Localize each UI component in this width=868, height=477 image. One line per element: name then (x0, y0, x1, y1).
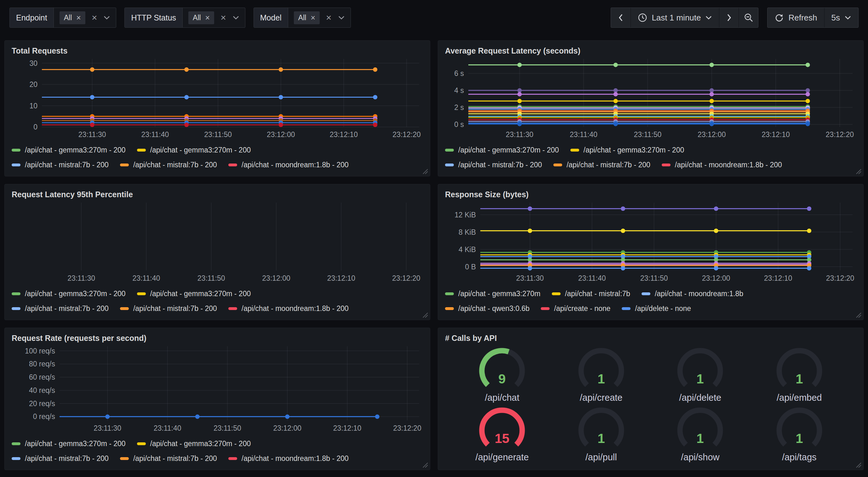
remove-value-icon[interactable]: × (76, 14, 81, 22)
legend-row: /api/chat - mistral:7b - 200/api/chat - … (12, 454, 423, 463)
time-controls: Last 1 minute Refresh (611, 7, 859, 28)
legend-color-chip (120, 307, 129, 310)
legend-item[interactable]: /api/chat - moondream:1.8b - 200 (228, 304, 349, 313)
filter-selected-value: All (64, 13, 72, 22)
gauge-arc: 9 (472, 346, 532, 392)
panel-resize-handle[interactable] (855, 168, 862, 175)
legend-item[interactable]: /api/create - none (541, 304, 610, 313)
legend-label: /api/chat - gemma3:270m - 200 (584, 146, 684, 154)
legend-item[interactable]: /api/chat - moondream:1.8b - 200 (228, 161, 349, 169)
chevron-down-icon[interactable] (232, 16, 239, 20)
clear-filter-icon[interactable]: × (326, 13, 332, 22)
legend-label: /api/chat - mistral:7b - 200 (25, 304, 108, 313)
filter-selected-chip[interactable]: All × (60, 11, 85, 24)
y-axis-tick-label: 2 s (454, 103, 464, 112)
y-axis-tick-label: 0 req/s (33, 412, 55, 421)
panel-resize-handle[interactable] (422, 168, 428, 175)
legend-item[interactable]: /api/chat - gemma3:270m - 200 (12, 290, 126, 298)
panel-resize-handle[interactable] (855, 461, 862, 468)
panel-resize-handle[interactable] (422, 461, 428, 468)
filter-value-box[interactable]: All × × (288, 8, 350, 27)
legend-item[interactable]: /api/delete - none (622, 304, 691, 313)
gauge-label: /api/embed (777, 392, 822, 403)
zoom-out-button[interactable] (739, 8, 758, 27)
refresh-interval-value: 5s (832, 13, 840, 23)
refresh-interval-picker[interactable]: 5s (824, 8, 858, 27)
legend-item[interactable]: /api/chat - mistral:7b - 200 (553, 161, 650, 169)
x-axis-tick-label: 23:11:50 (197, 274, 225, 282)
clear-filter-icon[interactable]: × (92, 13, 97, 22)
chart-svg: 010203023:11:3023:11:4023:11:5023:12:002… (12, 56, 423, 140)
gauge-arc: 1 (769, 346, 829, 392)
gauge-value: 1 (796, 431, 803, 446)
x-axis-tick-label: 23:12:10 (762, 130, 790, 139)
legend-item[interactable]: /api/chat - gemma3:270m - 200 (137, 146, 251, 154)
filter-value-box[interactable]: All × × (183, 8, 245, 27)
legend-color-chip (228, 457, 237, 460)
remove-value-icon[interactable]: × (311, 14, 315, 22)
legend-item[interactable]: /api/chat - mistral:7b (552, 290, 630, 298)
legend-item[interactable]: /api/chat - qwen3:0.6b (445, 304, 529, 313)
chevron-left-icon (618, 13, 623, 22)
x-axis-tick-label: 23:11:50 (634, 130, 661, 139)
time-range-picker-button[interactable]: Last 1 minute (630, 8, 719, 27)
legend-item[interactable]: /api/chat - gemma3:270m - 200 (12, 440, 126, 448)
legend-item[interactable]: /api/chat - moondream:1.8b - 200 (228, 454, 349, 463)
remove-value-icon[interactable]: × (205, 14, 210, 22)
gauge-api-create: 1/api/create (552, 345, 651, 405)
filter-selected-chip[interactable]: All × (188, 11, 214, 24)
zoom-out-icon (744, 13, 753, 22)
legend-item[interactable]: /api/chat - gemma3:270m - 200 (445, 146, 559, 154)
filter-selected-chip[interactable]: All × (294, 11, 320, 24)
x-axis-tick-label: 23:12:00 (273, 424, 302, 432)
x-axis-tick-label: 23:12:10 (327, 274, 355, 282)
plot-area: 010203023:11:3023:11:4023:11:5023:12:002… (12, 56, 423, 140)
legend-color-chip (137, 149, 146, 152)
legend-item[interactable]: /api/chat - gemma3:270m - 200 (137, 440, 251, 448)
legend-item[interactable]: /api/chat - gemma3:270m - 200 (570, 146, 684, 154)
plot-area: 23:11:3023:11:4023:11:5023:12:0023:12:10… (12, 200, 423, 283)
legend-item[interactable]: /api/chat - mistral:7b - 200 (12, 161, 108, 169)
panel-resize-handle[interactable] (855, 311, 862, 318)
legend-item[interactable]: /api/chat - mistral:7b - 200 (12, 454, 108, 463)
x-axis-tick-label: 23:11:40 (578, 274, 606, 282)
filter-value-box[interactable]: All × × (54, 8, 116, 27)
chart-legend: /api/chat - gemma3:270m - 200/api/chat -… (12, 283, 423, 315)
clear-filter-icon[interactable]: × (220, 13, 226, 22)
time-shift-back-button[interactable] (611, 8, 630, 27)
legend-item[interactable]: /api/chat - gemma3:270m - 200 (137, 290, 251, 298)
legend-item[interactable]: /api/chat - gemma3:270m - 200 (12, 146, 126, 154)
gauge-value: 1 (597, 371, 605, 386)
filter-label: Model (254, 8, 288, 27)
gauge-api-chat: 9/api/chat (453, 345, 552, 405)
panel-title: Request Latency 95th Percentile (12, 189, 423, 200)
panel-latency-95th-percentile: Request Latency 95th Percentile 23:11:30… (4, 184, 430, 320)
legend-item[interactable]: /api/chat - mistral:7b - 200 (120, 161, 217, 169)
panel-resize-handle[interactable] (422, 311, 428, 318)
legend-label: /api/chat - gemma3:270m - 200 (150, 290, 251, 298)
gauge-value: 1 (697, 431, 704, 446)
chart-legend: /api/chat - gemma3:270m - 200/api/chat -… (12, 433, 423, 465)
legend-color-chip (228, 163, 237, 166)
x-axis-tick-label: 23:11:30 (516, 274, 544, 282)
legend-item[interactable]: /api/chat - mistral:7b - 200 (445, 161, 542, 169)
y-axis-tick-label: 30 (29, 59, 37, 67)
legend-item[interactable]: /api/chat - moondream:1.8b - 200 (662, 161, 782, 169)
legend-color-chip (228, 307, 237, 310)
x-axis-tick-label: 23:12:00 (698, 130, 726, 139)
time-shift-forward-button[interactable] (719, 8, 739, 27)
x-axis-tick-label: 23:12:20 (393, 130, 421, 139)
legend-color-chip (445, 163, 454, 166)
legend-item[interactable]: /api/chat - mistral:7b - 200 (120, 304, 217, 313)
legend-item[interactable]: /api/chat - gemma3:270m (445, 290, 540, 298)
legend-item[interactable]: /api/chat - moondream:1.8b (642, 290, 743, 298)
chevron-down-icon[interactable] (338, 16, 345, 20)
legend-item[interactable]: /api/chat - mistral:7b - 200 (120, 454, 217, 463)
gauge-arc: 1 (670, 406, 730, 452)
panel-title: Response Size (bytes) (445, 189, 856, 200)
legend-item[interactable]: /api/chat - mistral:7b - 200 (12, 304, 108, 313)
chevron-down-icon[interactable] (103, 16, 110, 20)
y-axis-tick-label: 12 KiB (455, 211, 476, 219)
y-axis-tick-label: 4 s (454, 86, 464, 94)
refresh-button[interactable]: Refresh (768, 8, 824, 27)
